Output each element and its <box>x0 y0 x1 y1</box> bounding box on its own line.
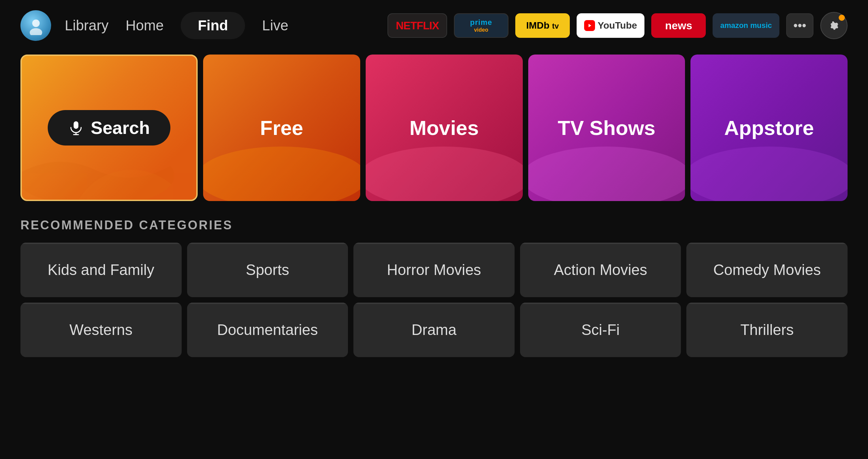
category-thrillers-label: Thrillers <box>740 321 793 338</box>
svg-rect-4 <box>74 121 78 129</box>
amazon-music-icon[interactable]: amazon music <box>713 13 779 38</box>
search-wave <box>20 145 174 201</box>
category-horror[interactable]: Horror Movies <box>353 243 515 297</box>
microphone-icon <box>68 120 84 136</box>
more-button[interactable]: ••• <box>786 13 813 38</box>
search-label: Search <box>91 118 150 138</box>
svg-marker-2 <box>589 24 591 27</box>
category-westerns[interactable]: Westerns <box>20 303 182 357</box>
category-westerns-label: Westerns <box>70 321 133 338</box>
search-button[interactable]: Search <box>48 110 170 146</box>
category-drama[interactable]: Drama <box>353 303 515 357</box>
tvshows-label: TV Shows <box>558 116 656 140</box>
tvshows-wave <box>528 147 685 201</box>
nav-home[interactable]: Home <box>125 17 164 34</box>
category-docs-label: Documentaries <box>217 321 318 338</box>
categories-section: RECOMMENDED CATEGORIES Kids and Family S… <box>0 218 868 357</box>
movies-label: Movies <box>409 116 478 140</box>
free-tile[interactable]: Free <box>203 55 360 201</box>
appstore-label: Appstore <box>724 116 814 140</box>
netflix-label: NETFLIX <box>396 19 439 32</box>
amazon-music-label: amazon music <box>720 21 772 30</box>
category-comedy[interactable]: Comedy Movies <box>686 243 848 297</box>
appstore-wave <box>690 147 848 201</box>
appstore-tile[interactable]: Appstore <box>690 55 848 201</box>
category-kids[interactable]: Kids and Family <box>20 243 182 297</box>
yt-play-icon <box>584 20 595 31</box>
news-label: news <box>665 19 692 32</box>
category-kids-label: Kids and Family <box>48 261 154 278</box>
settings-notification-dot <box>839 15 845 21</box>
top-nav: Library Home Find Live NETFLIX prime vid… <box>0 0 868 51</box>
category-sports[interactable]: Sports <box>187 243 348 297</box>
category-action-label: Action Movies <box>554 261 647 278</box>
nav-live[interactable]: Live <box>262 17 288 34</box>
tiles-row: Search Free Movies TV Shows Appstore <box>20 55 848 201</box>
settings-button[interactable] <box>820 12 848 39</box>
category-drama-label: Drama <box>411 321 456 338</box>
prime-video-icon[interactable]: prime video <box>454 13 508 38</box>
free-label: Free <box>260 116 303 140</box>
category-thrillers[interactable]: Thrillers <box>686 303 848 357</box>
youtube-label: YouTube <box>598 20 637 31</box>
category-sports-label: Sports <box>246 261 289 278</box>
nav-links: Library Home Find Live <box>65 12 288 39</box>
news-icon[interactable]: news <box>651 13 706 38</box>
movies-wave <box>366 147 523 201</box>
movies-tile[interactable]: Movies <box>366 55 523 201</box>
gear-icon <box>827 19 841 32</box>
search-tile[interactable]: Search <box>20 55 198 201</box>
more-dots: ••• <box>793 18 806 33</box>
categories-title: RECOMMENDED CATEGORIES <box>20 218 848 232</box>
nav-library[interactable]: Library <box>65 17 108 34</box>
category-scifi-label: Sci-Fi <box>581 321 620 338</box>
category-comedy-label: Comedy Movies <box>713 261 821 278</box>
prime-label: prime <box>470 18 492 27</box>
categories-grid: Kids and Family Sports Horror Movies Act… <box>20 243 848 357</box>
svg-point-0 <box>32 19 40 27</box>
tiles-section: Search Free Movies TV Shows Appstore <box>0 55 868 201</box>
youtube-icon[interactable]: YouTube <box>577 13 645 38</box>
prime-inner: prime video <box>470 18 492 33</box>
category-action[interactable]: Action Movies <box>520 243 681 297</box>
avatar[interactable] <box>20 10 51 41</box>
category-documentaries[interactable]: Documentaries <box>187 303 348 357</box>
nav-find[interactable]: Find <box>181 12 245 39</box>
category-scifi[interactable]: Sci-Fi <box>520 303 681 357</box>
service-icons: NETFLIX prime video IMDb tv YouTube news <box>387 12 848 39</box>
prime-video-label: video <box>474 27 488 33</box>
imdb-icon[interactable]: IMDb tv <box>515 13 570 38</box>
yt-icon-inner: YouTube <box>584 20 637 31</box>
category-horror-label: Horror Movies <box>387 261 481 278</box>
free-wave <box>203 147 360 201</box>
netflix-icon[interactable]: NETFLIX <box>387 13 447 38</box>
imdb-label: IMDb tv <box>526 20 559 31</box>
tvshows-tile[interactable]: TV Shows <box>528 55 685 201</box>
svg-point-1 <box>30 28 42 35</box>
